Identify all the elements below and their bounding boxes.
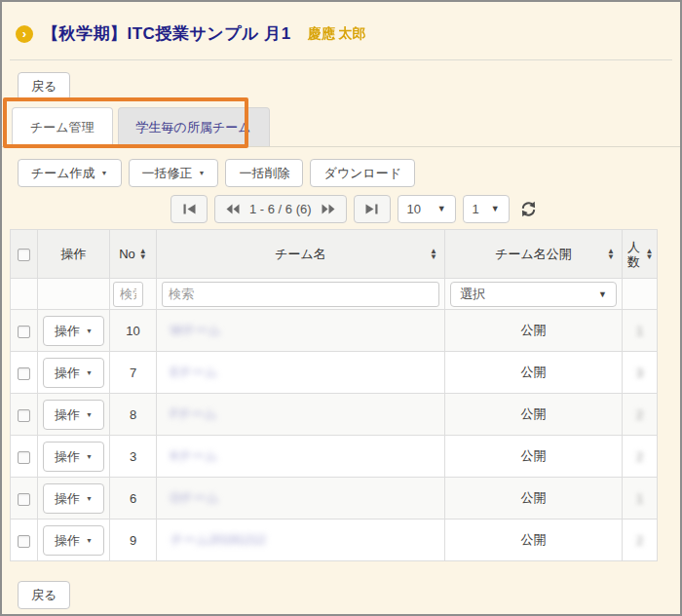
no-cell: 10 [110, 310, 157, 352]
page-header: › 【秋学期】ITC授業サンプル 月1 慶應 太郎 [2, 2, 680, 59]
row-operation-button[interactable]: 操作▼ [43, 316, 104, 346]
no-cell: 3 [110, 436, 157, 478]
select-all-header-cell [11, 230, 38, 279]
create-team-label: チーム作成 [31, 165, 95, 181]
caret-down-icon: ▼ [101, 170, 108, 176]
visibility-value: 公開 [445, 436, 623, 478]
tab-team-management[interactable]: チーム管理 [12, 107, 113, 147]
no-cell: 9 [110, 520, 157, 561]
bulk-delete-button[interactable]: 一括削除 [225, 159, 303, 187]
refresh-icon [519, 200, 538, 218]
sort-icon[interactable]: ▲▼ [430, 249, 437, 260]
visibility-value: 公開 [445, 394, 623, 436]
member-count-value: 2 [636, 533, 643, 548]
member-count-value: 1 [636, 491, 643, 506]
member-count-value: 1 [636, 324, 643, 338]
team-name-link[interactable]: Eチーム [170, 365, 217, 379]
visibility-value: 公開 [445, 520, 623, 561]
caret-down-icon: ▼ [86, 411, 93, 418]
member-count-value: 2 [636, 407, 643, 422]
no-header-cell[interactable]: No▲▼ [110, 230, 157, 279]
first-page-button[interactable] [170, 195, 208, 223]
no-filter-cell [110, 279, 157, 310]
no-filter-input[interactable] [113, 282, 143, 307]
team-name-link[interactable]: Wチーム [170, 323, 221, 337]
first-page-icon [183, 204, 196, 214]
page-title: 【秋学期】ITC授業サンプル 月1 [42, 22, 291, 45]
download-button[interactable]: ダウンロード [310, 159, 415, 187]
page-size-select[interactable]: 10 ▼ [398, 195, 456, 223]
filter-row: 選択 ▼ [11, 279, 658, 310]
sort-icon[interactable]: ▲▼ [607, 249, 615, 260]
toolbar: チーム作成▼ 一括修正▼ 一括削除 ダウンロード [18, 159, 680, 187]
visibility-value: 公開 [445, 352, 623, 394]
row-operation-button[interactable]: 操作▼ [43, 525, 104, 556]
count-header-label: 人数 [626, 240, 642, 269]
caret-down-icon: ▼ [86, 495, 93, 502]
visibility-value: 公開 [445, 478, 623, 520]
count-header-cell[interactable]: 人数▲▼ [623, 230, 658, 279]
team-name-filter-input[interactable] [162, 282, 439, 307]
next-page-icon[interactable] [322, 204, 335, 214]
team-name-link[interactable]: Oチーム [170, 490, 219, 505]
user-name: 慶應 太郎 [308, 25, 366, 43]
table-row: 操作▼ 10 Wチーム 公開 1 [11, 310, 658, 352]
back-button-bottom[interactable]: 戻る [18, 581, 70, 609]
row-checkbox[interactable] [18, 367, 30, 380]
row-checkbox[interactable] [18, 326, 30, 338]
select-arrow-icon: ▼ [598, 289, 607, 299]
chevron-right-icon: › [16, 25, 33, 43]
team-name-link[interactable]: チーム20191212 [170, 532, 265, 547]
prev-page-icon[interactable] [226, 204, 240, 214]
select-all-checkbox[interactable] [18, 249, 30, 261]
no-cell: 6 [110, 478, 157, 520]
refresh-button[interactable] [519, 200, 538, 218]
visibility-filter-select[interactable]: 選択 ▼ [450, 282, 617, 307]
caret-down-icon: ▼ [199, 170, 206, 176]
tab-student-teams[interactable]: 学生毎の所属チーム [118, 107, 270, 146]
team-name-header-cell[interactable]: チーム名 ▲▼ [157, 230, 445, 279]
sort-icon[interactable]: ▲▼ [646, 249, 654, 260]
filter-empty-cell [38, 279, 110, 310]
table-row: 操作▼ 7 Eチーム 公開 3 [11, 352, 658, 394]
visibility-header-cell[interactable]: チーム名公開 ▲▼ [445, 230, 623, 279]
team-table: 操作 No▲▼ チーム名 ▲▼ チーム名公開 ▲▼ 人数▲▼ [10, 229, 658, 561]
header-divider [10, 59, 672, 60]
back-button-top[interactable]: 戻る [18, 72, 70, 100]
no-cell: 7 [110, 352, 157, 394]
table-row: 操作▼ 8 Fチーム 公開 2 [11, 394, 658, 436]
page-number-select[interactable]: 1 ▼ [463, 195, 510, 223]
team-name-link[interactable]: Fチーム [170, 406, 217, 421]
pagination-bar: 1 - 6 / 6 (6) 10 ▼ 1 ▼ [170, 194, 680, 223]
sort-icon[interactable]: ▲▼ [139, 249, 147, 260]
select-arrow-icon: ▼ [437, 204, 446, 213]
row-operation-button[interactable]: 操作▼ [43, 358, 104, 388]
table-row: 操作▼ 6 Oチーム 公開 1 [11, 478, 658, 520]
team-name-header-label: チーム名 [275, 247, 326, 261]
caret-down-icon: ▼ [86, 327, 93, 334]
row-checkbox[interactable] [18, 493, 30, 506]
member-count-value: 2 [636, 449, 643, 464]
page-number-value: 1 [473, 202, 479, 216]
row-checkbox[interactable] [18, 409, 30, 422]
row-operation-button[interactable]: 操作▼ [43, 400, 104, 430]
row-checkbox[interactable] [18, 535, 30, 548]
caret-down-icon: ▼ [86, 453, 93, 460]
last-page-button[interactable] [354, 195, 391, 223]
visibility-filter-value: 選択 [460, 286, 485, 303]
page-range-group: 1 - 6 / 6 (6) [214, 195, 347, 223]
no-cell: 8 [110, 394, 157, 436]
visibility-filter-cell: 選択 ▼ [445, 279, 623, 310]
bulk-edit-button[interactable]: 一括修正▼ [129, 159, 219, 187]
team-management-page: › 【秋学期】ITC授業サンプル 月1 慶應 太郎 戻る チーム管理 学生毎の所… [0, 0, 682, 616]
select-arrow-icon: ▼ [491, 204, 500, 213]
team-name-link[interactable]: Kチーム [170, 448, 217, 463]
row-checkbox[interactable] [18, 451, 30, 464]
table-row: 操作▼ 9 チーム20191212 公開 2 [11, 520, 658, 561]
create-team-button[interactable]: チーム作成▼ [18, 159, 122, 187]
row-operation-button[interactable]: 操作▼ [43, 483, 104, 514]
row-operation-button[interactable]: 操作▼ [43, 442, 104, 472]
filter-empty-cell [11, 279, 38, 310]
team-name-filter-cell [157, 279, 445, 310]
operation-header-cell: 操作 [38, 230, 110, 279]
